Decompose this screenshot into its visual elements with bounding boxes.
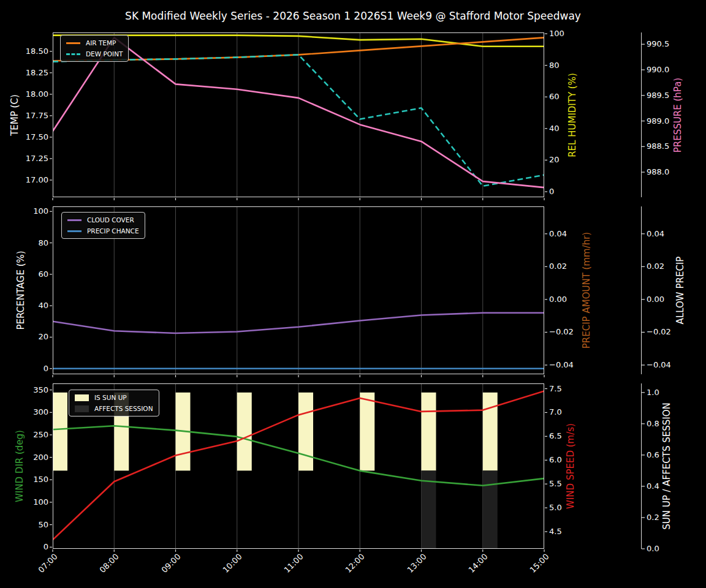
x-tick-label: 12:00: [332, 552, 366, 586]
x-tick-label: 11:00: [271, 552, 305, 586]
x-tick-label: 14:00: [455, 552, 489, 586]
x-tick-label: 15:00: [517, 552, 551, 586]
weather-forecast-figure: SK Modified Weekly Series - 2026 Season …: [0, 0, 706, 588]
x-tick-label: 08:00: [86, 552, 121, 586]
x-tick-label: 13:00: [393, 552, 428, 586]
x-tick-label: 10:00: [209, 552, 243, 586]
x-tick-label: 07:00: [25, 552, 59, 586]
x-axis-labels: 07:0008:0009:0010:0011:0012:0013:0014:00…: [0, 0, 706, 588]
x-tick-label: 09:00: [148, 552, 182, 586]
